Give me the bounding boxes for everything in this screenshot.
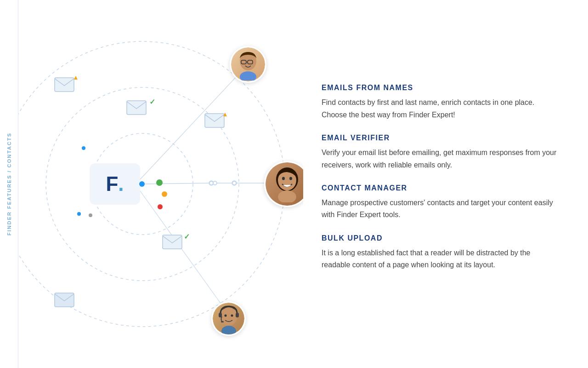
f-logo-dot: . [118, 172, 124, 196]
avatar-person-glasses [230, 46, 266, 83]
feature-desc-2: Verify your email list before emailing, … [322, 147, 560, 171]
svg-rect-28 [221, 321, 224, 322]
svg-point-22 [282, 177, 285, 180]
features-panel: EMAILS FROM NAMES Find contacts by first… [303, 0, 588, 368]
dot-blue-1 [139, 181, 145, 187]
feature-desc-4: It is a long established fact that a rea… [322, 247, 560, 271]
dot-green [156, 179, 163, 186]
svg-rect-11 [127, 101, 146, 115]
main-content: F. ▲ ✓ [18, 0, 588, 368]
envelope-mid-left [126, 100, 147, 115]
warning-icon-2: ▲ [222, 110, 228, 118]
svg-rect-10 [55, 78, 74, 92]
warning-icon-1: ▲ [73, 74, 79, 81]
avatar-man-headset [211, 301, 246, 336]
f-logo: F. [90, 163, 140, 205]
dot-hollow-2 [232, 181, 237, 185]
dot-blue-3 [77, 212, 81, 216]
dot-hollow-3 [213, 181, 217, 185]
feature-bulk-upload: BULK UPLOAD It is a long established fac… [322, 234, 560, 271]
sidebar-text: FINDER FEATURES / CONTACTS [6, 132, 12, 236]
svg-rect-13 [163, 235, 182, 249]
svg-point-19 [240, 71, 256, 80]
illustration-panel: F. ▲ ✓ [18, 0, 303, 368]
svg-point-25 [220, 307, 237, 326]
dot-red [158, 204, 163, 209]
svg-point-23 [289, 177, 292, 180]
check-icon-2: ✓ [184, 232, 190, 241]
svg-point-24 [278, 190, 296, 202]
feature-desc-3: Manage prospective customers' contacts a… [322, 197, 560, 221]
dot-orange [162, 191, 167, 197]
feature-desc-1: Find contacts by first and last name, en… [322, 97, 560, 121]
feature-emails-from-names: EMAILS FROM NAMES Find contacts by first… [322, 84, 560, 121]
feature-title-2: EMAIL VERIFIER [322, 134, 560, 142]
svg-rect-27 [236, 313, 239, 317]
feature-contact-manager: CONTACT MANAGER Manage prospective custo… [322, 184, 560, 221]
svg-line-7 [140, 191, 227, 313]
svg-point-30 [231, 314, 233, 316]
check-icon-1: ✓ [149, 98, 155, 106]
feature-title-4: BULK UPLOAD [322, 234, 560, 242]
svg-line-6 [140, 69, 243, 179]
svg-rect-12 [205, 114, 224, 127]
envelope-top-left [54, 77, 74, 92]
envelope-far-left [54, 293, 74, 307]
svg-point-31 [221, 326, 236, 335]
envelope-bottom [162, 235, 182, 249]
feature-title-1: EMAILS FROM NAMES [322, 84, 560, 92]
svg-point-29 [224, 314, 226, 316]
svg-rect-14 [55, 293, 74, 307]
dot-blue-2 [82, 146, 85, 150]
sidebar-label: FINDER FEATURES / CONTACTS [0, 0, 18, 368]
dot-gray [89, 213, 92, 217]
svg-line-3 [140, 183, 211, 184]
feature-title-3: CONTACT MANAGER [322, 184, 560, 192]
feature-email-verifier: EMAIL VERIFIER Verify your email list be… [322, 134, 560, 171]
